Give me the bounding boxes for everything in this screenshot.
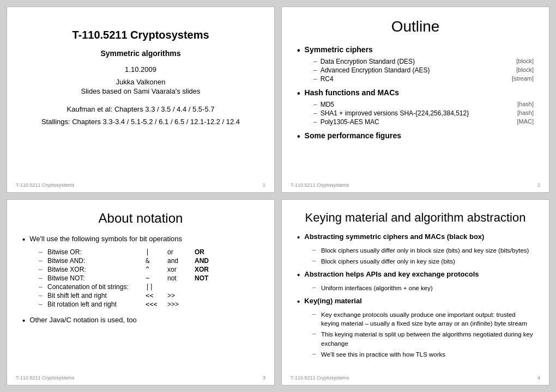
slide3-footer-left: T-110.5211 Cryptosystems (16, 375, 75, 381)
notation-row: –Bitwise NOT:~notNOT (39, 274, 259, 282)
row-name: Bitwise XOR: (47, 266, 146, 273)
slide1-subtitle: Symmetric algorithms (22, 49, 259, 58)
outline-sub-left: –Poly1305-AES MAC (313, 118, 379, 126)
slide4-footer: T-110.5211 Cryptosystems 4 (291, 375, 540, 381)
slide4-title: Keying material and algorithm abstractio… (297, 211, 534, 225)
slide1-date: 1.10.2009 (22, 65, 259, 74)
row-dash: – (39, 257, 44, 265)
outline-section: •Symmetric ciphers–Data Encryption Stand… (297, 45, 534, 83)
slide1-author: Jukka Valkonen (22, 78, 259, 86)
notation-bullet1-text: We'll use the following symbols for bit … (29, 235, 182, 243)
slide1-ref1: Kaufman et al: Chapters 3.3 / 3.5 / 4.4 … (22, 105, 259, 113)
outline-heading: •Symmetric ciphers (297, 45, 534, 56)
outline-sub-left: –RC4 (313, 75, 334, 83)
keying-sub-text: This keying material is split up between… (321, 330, 534, 347)
outline-sub-text: RC4 (321, 75, 334, 83)
slide-2: Outline •Symmetric ciphers–Data Encrypti… (281, 7, 549, 193)
keying-sub-item: –Uniform interfaces (algorithm + one key… (312, 284, 534, 292)
row-dash: – (39, 266, 44, 273)
row-sym: | (146, 248, 167, 256)
row-caps: OR (195, 248, 222, 256)
outline-tag: [stream] (501, 75, 534, 83)
row-sym: ~ (146, 274, 167, 282)
outline-sub-text: Advanced Encryption Standard (AES) (321, 66, 430, 74)
row-word: and (167, 257, 195, 265)
outline-sub-text: MD5 (321, 101, 334, 108)
row-word: not (167, 274, 195, 282)
notation-bullet1: • We'll use the following symbols for bi… (22, 235, 259, 244)
outline-sub-text: Data Encryption Standard (DES) (321, 58, 415, 65)
keying-section: •Abstraction helps APIs and key exchange… (297, 270, 534, 292)
keying-heading-text: Abstracting symmetric ciphers and MACs (… (304, 232, 484, 241)
outline-tag: [block] (501, 66, 534, 74)
row-sym: <<< (146, 301, 167, 308)
slide3-footer: T-110.5211 Cryptosystems 3 (16, 375, 265, 381)
kdot: • (297, 297, 300, 306)
outline-sub-text: SHA1 + improved versions SHA-{224,256,38… (321, 109, 469, 117)
kdash: – (312, 246, 318, 253)
outline-sub-item: –SHA1 + improved versions SHA-{224,256,3… (313, 109, 534, 117)
notation-bullet2-text: Other Java/C notation is used, too (29, 316, 137, 324)
notation-row: –Bitwise XOR:^xorXOR (39, 266, 259, 273)
row-name: Bitwise NOT: (47, 274, 146, 282)
outline-heading: •Hash functions and MACs (297, 88, 534, 99)
outline-section: •Hash functions and MACs–MD5[hash]–SHA1 … (297, 88, 534, 126)
slide4-footer-left: T-110.5211 Cryptosystems (291, 375, 349, 381)
notation-rows: –Bitwise OR:|orOR–Bitwise AND:&andAND–Bi… (39, 248, 259, 308)
slide2-footer: T-110.5211 Cryptosystems 2 (291, 182, 540, 188)
slide1-ref2: Stallings: Chapters 3.3-3.4 / 5.1-5.2 / … (22, 118, 259, 126)
outline-sub-left: –MD5 (313, 101, 334, 108)
outline-heading-text: Symmetric ciphers (305, 45, 373, 54)
notation-table: –Bitwise OR:|orOR–Bitwise AND:&andAND–Bi… (22, 248, 259, 311)
row-dash: – (39, 283, 44, 291)
row-dash: – (39, 301, 44, 308)
keying-sub-text: Key exchange protocols usually produce o… (321, 310, 534, 328)
keying-sub-text: Block ciphers usually differ only in key… (321, 257, 455, 266)
bullet-dot: • (297, 88, 300, 99)
row-word: xor (167, 266, 195, 273)
kdash: – (312, 257, 318, 264)
row-name: Bitwise OR: (47, 248, 146, 256)
outline-sub-item: –RC4[stream] (313, 75, 534, 83)
notation-row: –Bitwise OR:|orOR (39, 248, 259, 256)
slide1-footer: T-110.5211 Cryptosystems 1 (16, 182, 265, 188)
slide3-footer-right: 3 (263, 375, 265, 381)
dash-icon: – (313, 118, 317, 126)
row-sym: & (146, 257, 167, 265)
row-caps: XOR (195, 266, 222, 273)
dash-icon: – (313, 75, 317, 83)
row-dash: – (39, 248, 44, 256)
row-sym: << (146, 292, 167, 299)
notation-bullet2: • Other Java/C notation is used, too (22, 316, 259, 325)
slide1-footer-left: T-110.5211 Cryptosystems (16, 182, 75, 188)
notation-row: –Bit shift left and right<<>> (39, 292, 259, 299)
keying-heading-text: Key(ing) material (304, 297, 361, 305)
dash-icon: – (313, 58, 317, 65)
slide-1: T-110.5211 Cryptosystems Symmetric algor… (7, 7, 275, 193)
kdot: • (297, 232, 300, 242)
slide-3: About notation • We'll use the following… (7, 199, 275, 385)
outline-section: •Some performance figures (297, 131, 534, 142)
keying-sub-item: –This keying material is split up betwee… (312, 330, 534, 347)
slide4-footer-right: 4 (537, 375, 540, 381)
slide2-title: Outline (297, 18, 534, 35)
kdash: – (312, 284, 318, 290)
outline-tag: [hash] (501, 101, 534, 108)
kdash: – (312, 350, 318, 357)
keying-heading: •Key(ing) material (297, 297, 534, 306)
row-dash: – (39, 292, 44, 299)
outline-sub-left: –Advanced Encryption Standard (AES) (313, 66, 430, 74)
dash-icon: – (313, 101, 317, 108)
notation-row: –Bitwise AND:&andAND (39, 257, 259, 265)
outline-sub-item: –Data Encryption Standard (DES)[block] (313, 58, 534, 65)
row-dash: – (39, 274, 44, 282)
keying-section: •Key(ing) material–Key exchange protocol… (297, 297, 534, 358)
keying-heading: •Abstracting symmetric ciphers and MACs … (297, 232, 534, 242)
keying-sub-text: Uniform interfaces (algorithm + one key) (321, 284, 433, 292)
slide2-footer-left: T-110.5211 Cryptosystems (291, 182, 349, 188)
bullet-dot: • (297, 131, 300, 142)
dash-icon: – (313, 66, 317, 74)
outline-heading-text: Some performance figures (305, 131, 401, 140)
row-word: >> (167, 292, 195, 299)
dash-icon: – (313, 109, 317, 117)
